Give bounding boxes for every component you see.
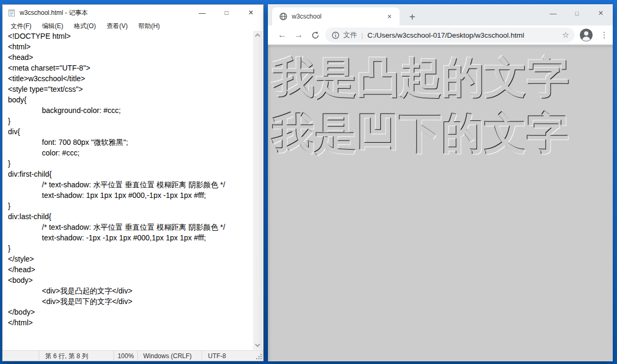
browser-close-button[interactable]: ×: [589, 4, 613, 22]
menu-help[interactable]: 帮助(H): [133, 21, 166, 31]
browser-maximize-button[interactable]: □: [565, 4, 589, 22]
url-scheme-label: 文件: [343, 30, 357, 40]
menu-edit[interactable]: 编辑(E): [37, 21, 68, 31]
browser-tab-strip: w3cschool × + — □ ×: [268, 4, 613, 25]
notepad-close-button[interactable]: ×: [239, 5, 263, 21]
raised-text: 我是凸起的文字: [272, 49, 613, 106]
notepad-app-icon: [7, 8, 16, 17]
profile-avatar[interactable]: [579, 28, 594, 42]
browser-menu-icon[interactable]: ⋮: [598, 28, 611, 42]
avatar-icon: [579, 28, 593, 42]
notepad-edit-area[interactable]: <!DOCTYPE html> <html> <head> <meta char…: [3, 31, 253, 350]
new-tab-button[interactable]: +: [405, 10, 420, 24]
notepad-statusbar: 第 6 行, 第 8 列 100% Windows (CRLF) UTF-8: [3, 350, 263, 361]
engraved-text: 我是凹下的文字: [272, 106, 613, 162]
status-cursor-position: 第 6 行, 第 8 列: [39, 351, 114, 361]
notepad-maximize-button[interactable]: □: [214, 5, 239, 21]
page-info-icon[interactable]: [332, 31, 340, 39]
reload-button[interactable]: [308, 28, 323, 42]
tab-close-icon[interactable]: ×: [385, 12, 394, 21]
reload-icon: [311, 31, 320, 40]
notepad-minimize-button[interactable]: —: [190, 5, 214, 21]
address-bar[interactable]: 文件 | C:/Users/w3cschool-017/Desktop/w3cs…: [325, 28, 575, 42]
url-separator: |: [361, 31, 363, 39]
notepad-titlebar: w3cschool.html - 记事本 — □ ×: [3, 5, 263, 21]
browser-minimize-button[interactable]: —: [541, 4, 565, 22]
browser-toolbar: ← → 文件 | C:/Users/w3cschool-017/Desktop/…: [268, 25, 613, 45]
notepad-window: w3cschool.html - 记事本 — □ × 文件(F) 编辑(E) 格…: [2, 4, 264, 361]
status-zoom-level: 100%: [114, 351, 137, 361]
menu-format[interactable]: 格式(O): [68, 21, 101, 31]
browser-tab[interactable]: w3cschool ×: [272, 7, 399, 25]
notepad-vertical-scrollbar[interactable]: [253, 31, 262, 350]
resize-grip[interactable]: [256, 354, 262, 359]
scroll-down-icon[interactable]: [253, 341, 262, 350]
notepad-window-controls: — □ ×: [190, 5, 263, 21]
browser-window-controls: — □ ×: [541, 4, 613, 22]
tab-title: w3cschool: [292, 13, 385, 20]
globe-favicon-icon: [279, 12, 288, 21]
notepad-menubar: 文件(F) 编辑(E) 格式(O) 查看(V) 帮助(H): [3, 21, 263, 31]
status-line-ending: Windows (CRLF): [137, 351, 202, 361]
url-text[interactable]: C:/Users/w3cschool-017/Desktop/w3cschool…: [367, 31, 559, 39]
status-encoding: UTF-8: [202, 351, 249, 361]
menu-view[interactable]: 查看(V): [101, 21, 133, 31]
forward-button[interactable]: →: [291, 28, 306, 42]
bookmark-star-icon[interactable]: ☆: [562, 30, 569, 40]
menu-file[interactable]: 文件(F): [5, 21, 37, 31]
browser-window: w3cschool × + — □ × ← → 文件 | C:/Users: [268, 4, 613, 361]
code-text[interactable]: <!DOCTYPE html> <html> <head> <meta char…: [3, 31, 253, 328]
notepad-window-title: w3cschool.html - 记事本: [20, 8, 88, 18]
page-content: 我是凸起的文字 我是凹下的文字: [268, 45, 613, 361]
scroll-up-icon[interactable]: [253, 31, 262, 40]
back-button[interactable]: ←: [275, 28, 290, 42]
